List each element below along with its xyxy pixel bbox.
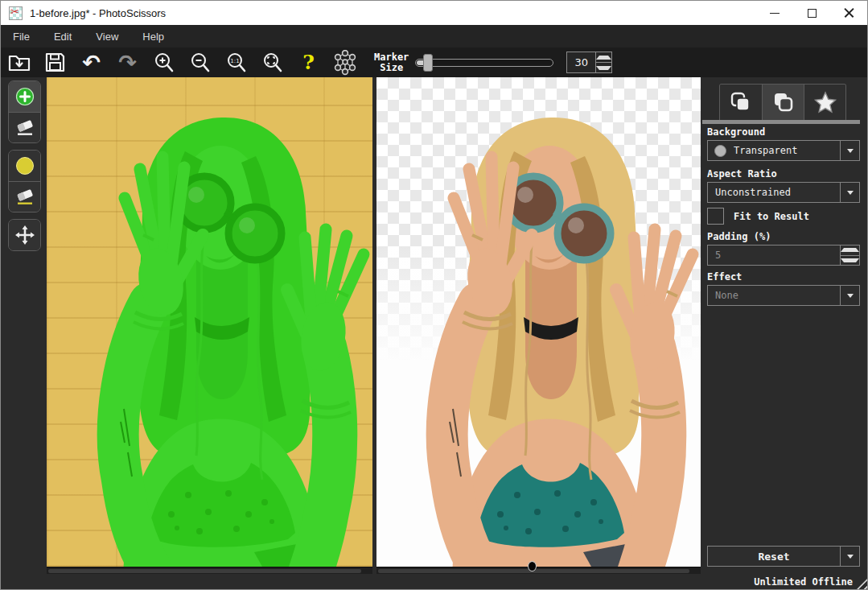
tab-layers-filled[interactable] [720,85,762,120]
fit-to-result-checkbox[interactable] [707,208,724,225]
help-button[interactable]: ? [290,49,327,76]
sidebar-tabs [719,84,846,120]
padding-spinbox: 5 [707,245,860,266]
remove-eraser-tool-button[interactable] [9,181,40,212]
padding-value[interactable]: 5 [707,245,841,266]
right-sidebar: Background Transparent Aspect Ratio Unco… [702,77,868,590]
reset-dropdown-arrow[interactable] [840,547,859,566]
down-arrow-icon [841,258,859,262]
marker-size-up-button[interactable] [596,52,611,62]
chevron-down-icon [847,191,854,195]
save-button[interactable] [37,49,73,76]
reset-label: Reset [708,551,840,563]
tab-underline [702,120,860,124]
maximize-icon [808,9,817,18]
aspect-ratio-label: Aspect Ratio [707,168,777,179]
eraser-yellow-icon [14,187,35,208]
before-hscroll-thumb[interactable] [48,569,361,573]
up-arrow-icon [596,56,611,60]
chevron-down-icon [847,555,854,559]
marker-size-slider[interactable] [415,59,553,67]
chevron-down-icon [847,149,854,153]
layers-outline-icon [772,91,795,113]
effect-value: None [708,290,840,301]
question-mark-icon: ? [302,51,315,74]
star-icon [813,91,837,113]
background-dropdown[interactable]: Transparent [707,140,860,161]
layers-filled-icon [730,91,752,113]
reset-button[interactable]: Reset [707,546,860,567]
aspect-ratio-dropdown[interactable]: Unconstrained [707,182,860,203]
fit-to-result-row[interactable]: Fit to Result [707,208,809,225]
minimize-button[interactable] [756,1,793,25]
app-icon: ✂ [9,6,23,20]
move-arrows-icon [14,225,35,245]
zoom-fit-button[interactable] [254,49,290,76]
folder-download-icon [7,52,31,73]
magnifier-plus-icon [153,52,175,74]
redo-arrow-icon: ↷ [118,52,137,73]
minimize-icon [770,13,780,14]
resize-grip[interactable] [855,577,868,590]
after-hscrollbar[interactable] [376,567,701,574]
menu-edit[interactable]: Edit [42,25,84,47]
move-tool-button[interactable] [9,220,40,250]
before-image-person [47,77,372,567]
zoom-in-button[interactable] [146,49,182,76]
effect-dropdown-arrow[interactable] [840,286,859,305]
after-canvas[interactable] [376,77,701,567]
aspect-ratio-value: Unconstrained [708,187,840,198]
titlebar: ✂ 1-before.jpg* - PhotoScissors [1,1,867,25]
marker-size-spinbox: 30 [566,52,612,73]
magnifier-minus-icon [189,52,212,74]
zoom-actual-button[interactable]: 1:1 [218,49,254,76]
padding-up-button[interactable] [841,245,859,255]
chevron-down-icon [847,294,854,298]
yellow-circle-icon [15,156,35,175]
magnifier-1-1-icon: 1:1 [225,52,248,74]
after-image-person [376,77,701,567]
magnifier-fit-icon [261,52,284,74]
background-value: Transparent [726,145,840,156]
before-canvas[interactable] [47,77,372,567]
compare-handle-dot[interactable] [528,561,537,571]
keep-tools-group [8,80,41,143]
aspect-dropdown-arrow[interactable] [840,183,859,202]
remove-marker-tool-button[interactable] [9,151,40,181]
floppy-disk-icon [44,52,66,73]
background-dropdown-arrow[interactable] [840,141,859,160]
slider-handle[interactable] [423,54,433,72]
padding-down-button[interactable] [841,255,859,266]
tab-layers-outline[interactable] [762,85,804,120]
keep-eraser-tool-button[interactable] [9,112,40,142]
marker-size-down-button[interactable] [596,62,611,72]
license-status: Unlimited Offline [754,576,853,588]
open-button[interactable] [1,49,37,76]
effect-label: Effect [707,271,742,283]
menu-file[interactable]: File [1,25,42,47]
refine-button[interactable] [327,49,363,76]
tab-favorites[interactable] [804,85,845,120]
window-title: 1-before.jpg* - PhotoScissors [30,7,166,19]
effect-dropdown[interactable]: None [707,285,860,306]
remove-tools-group [8,150,41,212]
menu-help[interactable]: Help [130,25,176,47]
up-arrow-icon [841,248,859,252]
down-arrow-icon [596,66,611,70]
undo-button[interactable]: ↶ [73,49,109,76]
undo-arrow-icon: ↶ [82,52,101,73]
close-button[interactable] [830,1,867,25]
transparent-swatch-icon [714,145,726,157]
close-icon [844,8,854,19]
redo-button[interactable]: ↷ [109,49,146,76]
maximize-button[interactable] [793,1,830,25]
graph-nodes-icon [331,50,359,76]
before-hscrollbar[interactable] [47,567,372,574]
menu-view[interactable]: View [84,25,130,47]
keep-marker-tool-button[interactable] [9,81,40,112]
background-label: Background [707,126,765,138]
marker-size-value[interactable]: 30 [566,52,596,73]
green-plus-circle-icon [15,87,35,106]
zoom-out-button[interactable] [182,49,218,76]
padding-label: Padding (%) [707,231,771,242]
